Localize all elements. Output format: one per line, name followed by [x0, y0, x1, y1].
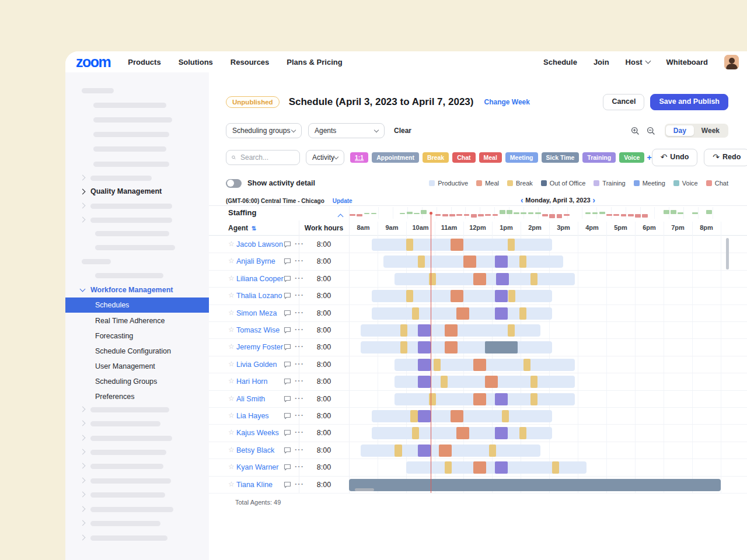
out-of-office-bar[interactable] — [349, 479, 721, 491]
activity-block-meal[interactable] — [456, 307, 469, 320]
search-input[interactable] — [239, 153, 294, 162]
sidebar-item-quality-management[interactable]: Quality Management — [81, 187, 162, 195]
activity-block-training[interactable] — [418, 341, 431, 354]
activity-block-break[interactable] — [552, 461, 559, 474]
chat-bubble-icon[interactable] — [284, 275, 291, 282]
chat-bubble-icon[interactable] — [284, 378, 291, 385]
agent-name-link[interactable]: Ali Smith — [236, 396, 265, 403]
favorite-star-icon[interactable]: ☆ — [228, 275, 235, 282]
activity-block-meal[interactable] — [445, 341, 458, 354]
agent-name-link[interactable]: Betsy Black — [236, 447, 274, 454]
activity-block-meal[interactable] — [473, 359, 486, 371]
activity-block-out-of-office[interactable] — [485, 341, 518, 354]
activity-block-training[interactable] — [418, 410, 431, 422]
favorite-star-icon[interactable]: ☆ — [228, 429, 235, 436]
activity-block-break[interactable] — [412, 427, 419, 439]
activity-block-break[interactable] — [412, 307, 419, 320]
sidebar-item-schedules[interactable]: Schedules — [65, 298, 209, 313]
activity-block-training[interactable] — [495, 290, 508, 302]
activity-block-break[interactable] — [441, 376, 448, 388]
cancel-button[interactable]: Cancel — [603, 94, 644, 110]
activity-block-break[interactable] — [418, 256, 425, 268]
favorite-star-icon[interactable]: ☆ — [228, 377, 235, 384]
activity-block-training[interactable] — [495, 307, 508, 320]
chat-bubble-icon[interactable] — [284, 396, 291, 402]
activity-chip-break[interactable]: Break — [423, 152, 449, 163]
activity-block-training[interactable] — [495, 427, 508, 439]
zoom-out-icon[interactable] — [646, 125, 657, 136]
next-day-arrow[interactable]: › — [592, 196, 595, 204]
undo-button[interactable]: ↶Undo — [652, 149, 698, 166]
nav-host[interactable]: Host — [626, 58, 650, 66]
chat-bubble-icon[interactable] — [284, 310, 291, 317]
zoom-in-icon[interactable] — [630, 125, 641, 136]
nav-schedule[interactable]: Schedule — [543, 58, 577, 66]
activity-chip-appointment[interactable]: Appointment — [372, 152, 419, 163]
activity-block-break[interactable] — [429, 273, 436, 285]
chat-bubble-icon[interactable] — [284, 241, 291, 248]
favorite-star-icon[interactable]: ☆ — [228, 412, 235, 419]
chat-bubble-icon[interactable] — [284, 481, 291, 488]
activity-block-training[interactable] — [495, 461, 508, 474]
activity-block-training[interactable] — [496, 273, 509, 285]
activity-block-break[interactable] — [400, 341, 407, 354]
agent-name-link[interactable]: Tomasz Wise — [236, 327, 280, 334]
sidebar-item-user-management[interactable]: User Management — [65, 359, 209, 374]
agent-name-link[interactable]: Anjali Byrne — [236, 258, 275, 265]
agents-select[interactable]: Agents — [308, 123, 385, 138]
nav-whiteboard[interactable]: Whiteboard — [666, 58, 708, 66]
zoom-logo[interactable]: zoom — [76, 55, 110, 69]
activity-block-meal[interactable] — [456, 427, 469, 439]
chat-bubble-icon[interactable] — [284, 327, 291, 334]
activity-block-break[interactable] — [519, 427, 526, 439]
chat-bubble-icon[interactable] — [284, 361, 291, 368]
activity-block-break[interactable] — [445, 461, 452, 474]
favorite-star-icon[interactable]: ☆ — [228, 395, 235, 402]
nav-products[interactable]: Products — [128, 58, 160, 66]
activity-chip-sick-time[interactable]: Sick Time — [542, 152, 580, 163]
activity-block-break[interactable] — [502, 410, 509, 422]
activity-chip-chat[interactable]: Chat — [452, 152, 475, 163]
activity-block-training[interactable] — [418, 376, 431, 388]
activity-block-meal[interactable] — [473, 461, 486, 474]
agent-name-link[interactable]: Thalia Lozano — [236, 292, 282, 300]
favorite-star-icon[interactable]: ☆ — [228, 257, 235, 264]
activity-chip-voice[interactable]: Voice — [619, 152, 644, 163]
agent-name-link[interactable]: Jeremy Foster — [236, 344, 283, 351]
user-avatar[interactable] — [724, 55, 739, 69]
activity-block-break[interactable] — [508, 324, 515, 337]
activity-block-break[interactable] — [508, 290, 515, 302]
activity-block-break[interactable] — [400, 324, 407, 337]
agent-name-link[interactable]: Kyan Warner — [236, 464, 278, 471]
vertical-scrollbar[interactable] — [726, 238, 729, 270]
clear-filters-button[interactable]: Clear — [394, 127, 411, 135]
activity-block-training[interactable] — [495, 393, 508, 405]
horizontal-scrollbar[interactable] — [355, 488, 374, 491]
agent-name-link[interactable]: Hari Horn — [236, 378, 268, 386]
agent-name-link[interactable]: Tiana Kline — [236, 481, 273, 489]
scheduling-groups-select[interactable]: Scheduling groups — [226, 123, 302, 138]
activity-block-break[interactable] — [530, 376, 537, 388]
activity-block-meal[interactable] — [463, 256, 476, 268]
favorite-star-icon[interactable]: ☆ — [228, 360, 235, 368]
activity-block-training[interactable] — [418, 444, 431, 457]
activity-block-break[interactable] — [508, 239, 515, 251]
agent-name-link[interactable]: Simon Meza — [236, 310, 277, 317]
redo-button[interactable]: ↷Redo — [704, 149, 747, 166]
week-view-option[interactable]: Week — [694, 125, 727, 136]
activity-block-meal[interactable] — [445, 324, 458, 337]
sidebar-item-preferences[interactable]: Preferences — [65, 389, 209, 404]
nav-join[interactable]: Join — [594, 58, 609, 66]
activity-block-meal[interactable] — [473, 273, 486, 285]
activity-block-meal[interactable] — [451, 290, 463, 302]
nav-solutions[interactable]: Solutions — [179, 58, 213, 66]
add-activity-button[interactable]: + — [647, 153, 651, 162]
chat-bubble-icon[interactable] — [284, 464, 291, 471]
sidebar-item-schedule-configuration[interactable]: Schedule Configuration — [65, 344, 209, 359]
sort-icon[interactable]: ⇅ — [252, 225, 256, 232]
favorite-star-icon[interactable]: ☆ — [228, 446, 235, 453]
activity-chip-training[interactable]: Training — [582, 152, 616, 163]
favorite-star-icon[interactable]: ☆ — [228, 463, 235, 470]
chat-bubble-icon[interactable] — [284, 258, 291, 265]
activity-chip-1-1[interactable]: 1:1 — [350, 152, 368, 163]
